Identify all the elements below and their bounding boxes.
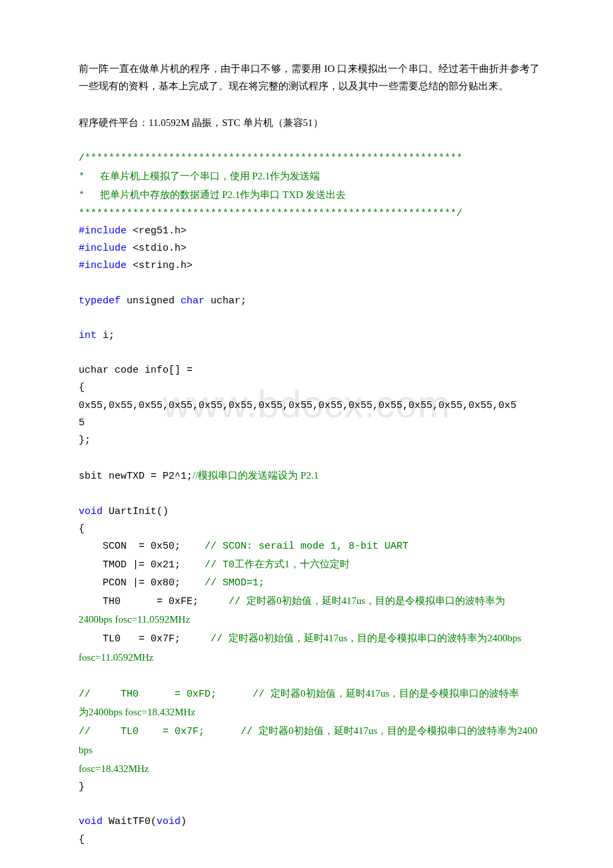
include-1: #include <reg51.h> [79,223,540,240]
th0-line: TH0 = 0xFE; // 定时器0初始值，延时417us，目的是令模拟串口的… [79,592,540,611]
comment-line-1: * 在单片机上模拟了一个串口，使用 P2.1作为发送端 [79,167,540,186]
int-declaration: int i; [79,327,540,345]
intro-paragraph-2: 程序硬件平台：11.0592M 晶振，STC 单片机（兼容51） [79,114,540,131]
array-data-2: 5 [79,415,540,432]
brace-close: } [79,779,540,796]
brace-open: { [79,379,540,397]
intro-paragraph-1: 前一阵一直在做单片机的程序，由于串口不够，需要用 IO 口来模拟出一个串口。经过… [79,60,540,95]
waittf0-declaration: void WaitTF0(void) [79,813,540,831]
document-content: 前一阵一直在做单片机的程序，由于串口不够，需要用 IO 口来模拟出一个串口。经过… [79,60,540,849]
sbit-line: sbit newTXD = P2^1;//模拟串口的发送端设为 P2.1 [79,467,540,485]
brace-open: { [79,521,540,538]
th0-line-2: 2400bps fosc=11.0592MHz [79,611,540,629]
tmod-line: TMOD |= 0x21; // T0工作在方式1，十六位定时 [79,555,540,574]
commented-tl0-line-2: fosc=18.432MHz [79,760,540,779]
tl0-line: TL0 = 0x7F; // 定时器0初始值，延时417us，目的是令模拟串口的… [79,629,540,648]
brace-open: { [79,831,540,849]
tl0-line-2: fosc=11.0592MHz [79,649,540,667]
pcon-line: PCON |= 0x80; // SMOD=1; [79,575,540,592]
commented-th0-line: // TH0 = 0xFD; // 定时器0初始值，延时417us，目的是令模拟… [79,685,540,703]
typedef-line: typedef unsigned char uchar; [79,293,540,310]
comment-block-start: /***************************************… [79,150,540,167]
include-2: #include <stdio.h> [79,240,540,257]
comment-block-end: ****************************************… [79,205,540,223]
array-declaration: uchar code info[] = [79,362,540,379]
commented-tl0-line: // TL0 = 0x7F; // 定时器0初始值，延时417us，目的是令模拟… [79,722,540,760]
uartinit-declaration: void UartInit() [79,503,540,521]
scon-line: SCON = 0x50; // SCON: serail mode 1, 8-b… [79,538,540,555]
commented-th0-line-2: 为2400bps fosc=18.432MHz [79,703,540,722]
include-3: #include <string.h> [79,257,540,275]
array-data-1: 0x55,0x55,0x55,0x55,0x55,0x55,0x55,0x55,… [79,397,540,415]
array-close: }; [79,432,540,449]
comment-line-2: * 把单片机中存放的数据通过 P2.1作为串口 TXD 发送出去 [79,186,540,205]
